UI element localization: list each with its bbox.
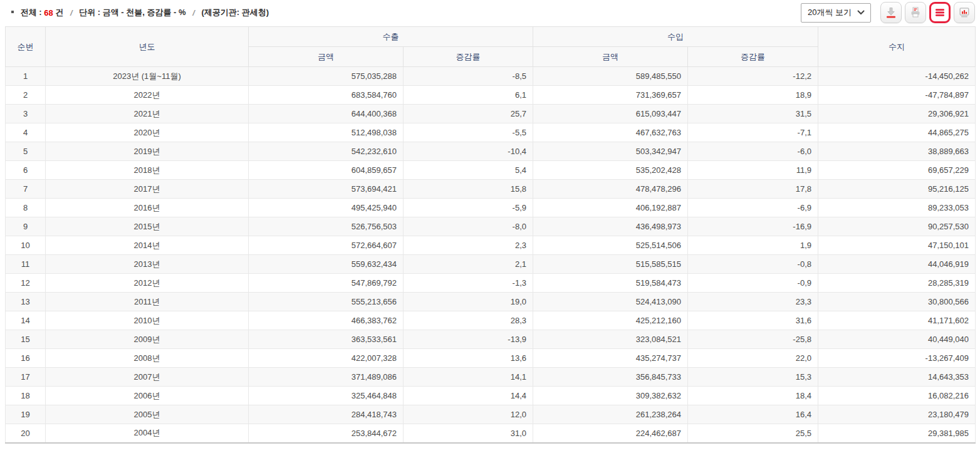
cell-import-amount: 309,382,632 — [533, 387, 688, 405]
cell-balance: 16,082,216 — [818, 387, 976, 405]
cell-export-rate: -5,5 — [404, 123, 533, 142]
cell-export-amount: 363,533,561 — [249, 330, 404, 349]
table-row: 162008년422,007,32813,6435,274,73722,0-13… — [6, 349, 976, 368]
cell-export-amount: 371,489,086 — [249, 368, 404, 387]
cell-import-rate: -0,9 — [688, 274, 818, 293]
cell-import-rate: 18,9 — [688, 86, 818, 105]
cell-no: 9 — [6, 217, 46, 236]
table-row: 122012년547,869,792-1,3519,584,473-0,928,… — [6, 274, 976, 293]
cell-export-rate: -13,9 — [404, 330, 533, 349]
table-row: 92015년526,756,503-8,0436,498,973-16,990,… — [6, 217, 976, 236]
cell-no: 10 — [6, 236, 46, 255]
cell-no: 4 — [6, 123, 46, 142]
cell-export-amount: 644,400,368 — [249, 105, 404, 123]
list-icon — [934, 6, 946, 19]
cell-balance: 40,449,040 — [818, 330, 976, 349]
cell-year: 2014년 — [46, 236, 249, 255]
table-row: 172007년371,489,08614,1356,845,73315,314,… — [6, 368, 976, 387]
cell-import-amount: 356,845,733 — [533, 368, 688, 387]
cell-import-rate: 22,0 — [688, 349, 818, 368]
cell-export-amount: 559,632,434 — [249, 255, 404, 274]
provider-text: (제공기관: 관세청) — [202, 8, 269, 17]
cell-export-amount: 683,584,760 — [249, 86, 404, 105]
page-size-select[interactable]: 20개씩 보기 — [801, 3, 871, 23]
cell-import-amount: 224,462,687 — [533, 424, 688, 443]
cell-balance: 23,180,479 — [818, 405, 976, 424]
list-view-button[interactable] — [929, 2, 951, 23]
cell-import-amount: 261,238,264 — [533, 405, 688, 424]
header-import-group: 수입 — [533, 27, 818, 47]
cell-import-amount: 515,585,515 — [533, 255, 688, 274]
cell-export-amount: 526,756,503 — [249, 217, 404, 236]
table-row: 52019년542,232,610-10,4503,342,947-6,038,… — [6, 142, 976, 161]
cell-export-rate: 15,8 — [404, 180, 533, 199]
cell-no: 3 — [6, 105, 46, 123]
cell-no: 2 — [6, 86, 46, 105]
header-import-rate: 증감률 — [688, 47, 818, 67]
table-row: 32021년644,400,36825,7615,093,44731,529,3… — [6, 105, 976, 123]
cell-year: 2013년 — [46, 255, 249, 274]
cell-export-rate: 14,4 — [404, 387, 533, 405]
cell-year: 2010년 — [46, 311, 249, 330]
unit-text: 단위 : 금액 - 천불, 증감률 - % — [79, 8, 185, 17]
total-label: 전체 : — [21, 8, 42, 17]
print-button[interactable] — [905, 2, 926, 23]
cell-balance: -47,784,897 — [818, 86, 976, 105]
cell-year: 2016년 — [46, 199, 249, 217]
cell-no: 19 — [6, 405, 46, 424]
separator: / — [70, 8, 73, 18]
cell-balance: 47,150,101 — [818, 236, 976, 255]
header-balance: 수지 — [818, 27, 976, 67]
cell-import-rate: -7,1 — [688, 123, 818, 142]
cell-no: 14 — [6, 311, 46, 330]
chart-view-button[interactable] — [954, 2, 975, 23]
cell-balance: -14,450,262 — [818, 67, 976, 86]
cell-export-amount: 547,869,792 — [249, 274, 404, 293]
cell-balance: 44,865,275 — [818, 123, 976, 142]
table-row: 182006년325,464,84814,4309,382,63218,416,… — [6, 387, 976, 405]
cell-balance: 29,306,921 — [818, 105, 976, 123]
cell-export-amount: 573,694,421 — [249, 180, 404, 199]
cell-import-rate: -6,0 — [688, 142, 818, 161]
cell-import-amount: 589,485,550 — [533, 67, 688, 86]
cell-year: 2020년 — [46, 123, 249, 142]
cell-balance: 44,046,919 — [818, 255, 976, 274]
data-table: 순번 년도 수출 수입 수지 금액 증감률 금액 증감률 12023년 (1월~… — [5, 26, 976, 444]
cell-import-amount: 524,413,090 — [533, 293, 688, 311]
cell-year: 2007년 — [46, 368, 249, 387]
cell-no: 5 — [6, 142, 46, 161]
header-import-amount: 금액 — [533, 47, 688, 67]
cell-import-amount: 731,369,657 — [533, 86, 688, 105]
cell-import-amount: 615,093,447 — [533, 105, 688, 123]
cell-balance: 28,285,319 — [818, 274, 976, 293]
header-export-group: 수출 — [249, 27, 533, 47]
cell-export-amount: 555,213,656 — [249, 293, 404, 311]
cell-balance: 14,643,353 — [818, 368, 976, 387]
cell-year: 2011년 — [46, 293, 249, 311]
cell-export-rate: 28,3 — [404, 311, 533, 330]
table-row: 202004년253,844,67231,0224,462,68725,529,… — [6, 424, 976, 443]
cell-export-rate: 13,6 — [404, 349, 533, 368]
cell-balance: 30,800,566 — [818, 293, 976, 311]
table-row: 62018년604,859,6575,4535,202,42811,969,65… — [6, 161, 976, 180]
header-export-rate: 증감률 — [404, 47, 533, 67]
table-row: 142010년466,383,76228,3425,212,16031,641,… — [6, 311, 976, 330]
cell-year: 2009년 — [46, 330, 249, 349]
cell-import-rate: -6,9 — [688, 199, 818, 217]
record-summary: 전체 : 68 건 / 단위 : 금액 - 천불, 증감률 - % / (제공기… — [5, 7, 269, 18]
cell-year: 2006년 — [46, 387, 249, 405]
cell-year: 2005년 — [46, 405, 249, 424]
cell-year: 2019년 — [46, 142, 249, 161]
cell-export-rate: 19,0 — [404, 293, 533, 311]
cell-export-amount: 253,844,672 — [249, 424, 404, 443]
cell-import-amount: 323,084,521 — [533, 330, 688, 349]
cell-no: 13 — [6, 293, 46, 311]
cell-import-rate: 18,4 — [688, 387, 818, 405]
cell-import-amount: 406,192,887 — [533, 199, 688, 217]
download-button[interactable] — [880, 2, 902, 23]
cell-export-amount: 422,007,328 — [249, 349, 404, 368]
cell-import-rate: 23,3 — [688, 293, 818, 311]
cell-import-rate: 17,8 — [688, 180, 818, 199]
cell-balance: 90,257,530 — [818, 217, 976, 236]
cell-balance: 95,216,125 — [818, 180, 976, 199]
